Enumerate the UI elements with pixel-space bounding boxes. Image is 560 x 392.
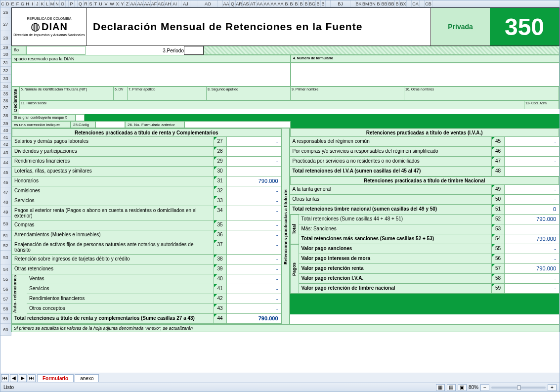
zoom-label: 80% — [469, 385, 478, 390]
row-label: A la tarifa general — [290, 185, 492, 194]
row-value[interactable]: - — [227, 186, 281, 196]
row-value[interactable] — [505, 224, 559, 234]
codig-input[interactable] — [95, 121, 125, 128]
row-box: 43 — [214, 304, 227, 313]
zoom-slider[interactable] — [491, 387, 546, 389]
zoom-out-icon[interactable]: − — [480, 384, 489, 391]
zoom-in-icon[interactable]: + — [548, 384, 557, 391]
row-value[interactable] — [505, 167, 559, 176]
tab-formulario[interactable]: Formulario — [37, 374, 74, 382]
row-box: 27 — [214, 137, 227, 146]
row-box: 31 — [214, 176, 227, 186]
view-layout-icon[interactable]: ▤ — [447, 384, 456, 391]
row-label: Salarios y demás pagos laborales — [12, 137, 214, 146]
total-left-label: Total retenciones a título de renta y co… — [12, 314, 214, 323]
tab-prev-icon[interactable]: ◀ — [10, 374, 18, 382]
nom2-label: 10. Otros nombres — [405, 87, 434, 91]
tab-next-icon[interactable]: ▶ — [19, 374, 27, 382]
row-value[interactable]: - — [505, 244, 559, 254]
row-box: 56 — [492, 254, 505, 263]
row-value[interactable]: - — [227, 264, 281, 274]
row-label: Valor pago retención de timbre nacional — [299, 284, 492, 293]
row-value[interactable]: - — [505, 147, 559, 156]
row-value[interactable]: 790.000 — [505, 234, 559, 244]
row-box: 45 — [492, 137, 505, 146]
row-label: Retención sobre ingresos de tarjetas déb… — [12, 255, 214, 264]
periodo-input[interactable] — [184, 46, 204, 55]
row-value[interactable]: - — [227, 196, 281, 206]
row-value[interactable]: - — [227, 255, 281, 264]
row-value[interactable]: - — [505, 274, 559, 283]
row-label: Más: Sanciones — [299, 224, 492, 234]
row-box: 46 — [492, 147, 505, 156]
row-value[interactable]: - — [227, 206, 281, 220]
row-value[interactable]: - — [227, 230, 281, 240]
row-value[interactable]: 0 — [505, 205, 559, 214]
row-value[interactable]: - — [227, 147, 281, 156]
ap1-label: 7. Primer apellido — [129, 87, 155, 91]
tab-anexo[interactable]: anexo — [75, 374, 99, 382]
row-value[interactable]: - — [227, 274, 281, 284]
view-normal-icon[interactable]: ▦ — [436, 384, 445, 391]
row-value[interactable]: - — [505, 137, 559, 146]
row-value[interactable]: - — [505, 195, 559, 204]
footer-note: Si primero se actualiza los valores de l… — [11, 324, 560, 332]
row-label: Enajenación de activos fijos de personas… — [12, 240, 214, 254]
row-box: 38 — [214, 255, 227, 264]
row-value[interactable]: 790.000 — [505, 264, 559, 273]
reserved-label: spacio reservado para la DIAN — [11, 55, 291, 63]
row-box: 33 — [214, 196, 227, 206]
row-label: A responsables del régimen común — [290, 137, 492, 146]
row-box: 52 — [492, 215, 505, 224]
reserved-area — [11, 63, 291, 87]
gran-checkbox[interactable] — [76, 114, 85, 121]
row-value[interactable]: - — [227, 220, 281, 230]
row-value[interactable]: - — [505, 254, 559, 263]
row-box: 36 — [214, 230, 227, 240]
row-box: 57 — [492, 264, 505, 273]
row-value[interactable]: - — [227, 294, 281, 304]
form-title: Declaración Mensual de Retenciones en la… — [87, 21, 431, 33]
row-value[interactable]: 790.000 — [505, 215, 559, 224]
row-label: Compras — [12, 220, 214, 230]
sheet-area: REPUBLICA DE COLOMBIA ◍ DIAN Dirección d… — [11, 7, 560, 363]
row-ruler: 2627282930313233343536373839404142434445… — [0, 7, 11, 336]
tab-last-icon[interactable]: ⏭ — [28, 374, 36, 382]
row-label: Comisiones — [12, 186, 214, 196]
row-box: 29 — [214, 157, 227, 166]
row-value[interactable]: - — [505, 284, 559, 293]
form-number: 350 — [490, 8, 559, 45]
row-value[interactable]: - — [227, 304, 281, 313]
row-value[interactable]: 790.000 — [227, 176, 281, 186]
row-value[interactable]: - — [227, 137, 281, 146]
total-left-val[interactable]: 790.000 — [227, 314, 281, 323]
noform-input[interactable] — [184, 121, 291, 128]
row-label: Arrendamientos (Muebles e inmuebles) — [12, 230, 214, 240]
row-value[interactable]: - — [505, 185, 559, 194]
row-value[interactable]: - — [227, 284, 281, 294]
ano-input[interactable] — [26, 46, 86, 55]
row-label: Practicada por servicios a no residentes… — [290, 157, 492, 166]
row-label: Valor pago sanciones — [299, 244, 492, 254]
row-value[interactable]: - — [227, 240, 281, 254]
row-label: Total retenciones (Sume casillas 44 + 48… — [299, 215, 492, 224]
row-label: Otras retenciones — [12, 264, 214, 274]
corr-label: es una corrección indique: — [11, 121, 71, 128]
shield-icon: ◍ — [31, 20, 40, 33]
cod-label: 12- Cod. Adm. — [525, 101, 548, 105]
row-box: 32 — [214, 186, 227, 196]
row-label: Total retenciones timbre nacional (sumen… — [290, 205, 492, 214]
nom1-label: 9. Primer nombre — [292, 87, 318, 91]
row-value[interactable]: - — [505, 157, 559, 166]
row-box: 58 — [492, 274, 505, 283]
row-label: Total retenciones del I.V.A (sumen casil… — [290, 167, 492, 176]
row-value[interactable]: - — [227, 157, 281, 166]
view-break-icon[interactable]: ▣ — [458, 384, 467, 391]
row-label: Loterías, rifas, apuestas y similares — [12, 167, 214, 176]
row-value[interactable] — [227, 167, 281, 176]
row-box: 48 — [492, 167, 505, 176]
org-sub: Dirección de Impuestos y Aduanas Naciona… — [13, 33, 85, 37]
tab-first-icon[interactable]: ⏮ — [1, 374, 9, 382]
row-label: Rendimientos financieros — [12, 157, 214, 166]
auto-label: Auto- retenciones — [12, 274, 27, 314]
